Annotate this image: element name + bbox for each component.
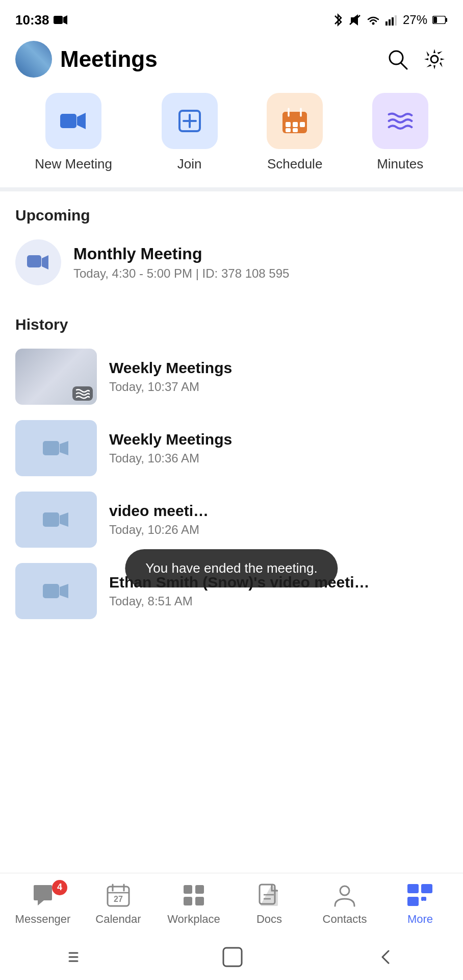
messenger-label: Messenger [15,913,71,926]
workplace-label: Workplace [167,913,220,926]
thumb-badge-1 [72,386,93,401]
svg-rect-44 [184,897,192,905]
video-thumb-icon [43,581,69,601]
svg-rect-42 [184,885,192,894]
docs-label: Docs [256,913,282,926]
toast-notification: You have ended the meeting. [125,549,338,587]
new-meeting-label: New Meeting [35,156,112,172]
schedule-icon [281,108,308,134]
history-info-2: Weekly Meetings Today, 10:36 AM [109,431,232,465]
svg-rect-31 [43,441,59,455]
more-label: More [407,913,433,926]
schedule-label: Schedule [267,156,322,172]
upcoming-meeting-title: Monthly Meeting [73,244,289,263]
svg-rect-11 [446,18,447,22]
history-info-1: Weekly Meetings Today, 10:37 AM [109,359,232,394]
meeting-separator: | [196,266,202,280]
new-meeting-icon-wrap [45,93,101,149]
minutes-icon-wrap [372,93,428,149]
svg-point-4 [372,22,374,25]
action-join[interactable]: Join [162,93,218,172]
video-thumb-icon [43,509,69,530]
svg-text:27: 27 [114,895,123,903]
history-sub-3: Today, 10:26 AM [109,523,209,537]
nav-docs[interactable]: Docs [239,882,300,926]
battery-display: 27% [403,13,427,27]
join-icon-wrap [162,93,218,149]
time-display: 10:38 [15,12,49,28]
history-item[interactable]: Weekly Meetings Today, 10:36 AM [15,415,448,486]
history-title-3: video meeti… [109,502,209,520]
action-minutes[interactable]: Minutes [372,93,428,172]
svg-marker-36 [60,584,68,598]
nav-more[interactable]: More [390,882,451,926]
svg-rect-6 [389,19,391,26]
join-label: Join [177,156,202,172]
history-title: History [15,316,448,333]
svg-rect-25 [293,122,298,127]
upcoming-meeting-item[interactable]: Monthly Meeting Today, 4:30 - 5:00 PM | … [15,234,448,296]
messenger-badge: 4 [52,880,67,895]
svg-rect-0 [54,16,63,24]
schedule-icon-wrap [267,93,323,149]
sys-nav-menu[interactable] [67,949,88,965]
upcoming-title: Upcoming [15,207,448,224]
svg-rect-51 [421,884,432,893]
svg-marker-30 [42,255,48,270]
minutes-badge-icon [75,388,90,399]
status-video-icon [54,14,68,26]
calendar-label: Calendar [95,913,141,926]
settings-button[interactable] [421,46,448,72]
svg-rect-27 [286,128,291,132]
upcoming-section: Upcoming Monthly Meeting Today, 4:30 - 5… [0,191,463,301]
svg-rect-57 [223,948,242,966]
history-item[interactable]: Weekly Meetings Today, 10:37 AM [15,344,448,415]
history-thumb-4 [15,563,97,619]
sys-nav-back[interactable] [377,948,396,966]
history-sub-1: Today, 10:37 AM [109,380,232,394]
nav-messenger[interactable]: 4 Messenger [12,882,73,926]
menu-icon [67,949,88,965]
system-nav-bar [0,934,463,980]
svg-marker-34 [60,512,68,527]
bluetooth-icon [332,13,344,27]
new-meeting-icon [60,111,87,131]
svg-rect-15 [60,114,76,128]
search-icon [387,48,409,70]
nav-contacts[interactable]: Contacts [314,882,375,926]
avatar[interactable] [15,41,52,78]
upcoming-meeting-icon [15,239,61,285]
workplace-icon [181,882,207,909]
status-icons: 27% [332,13,448,27]
docs-icon-svg [258,884,281,907]
sys-nav-home[interactable] [222,947,243,967]
contacts-icon [331,882,358,909]
mute-icon [349,13,361,27]
header-actions [384,46,448,72]
toast-message: You have ended the meeting. [145,560,317,576]
person-icon [333,884,356,907]
action-new-meeting[interactable]: New Meeting [35,93,112,172]
history-item[interactable]: video meeti… Today, 10:26 AM [15,486,448,558]
svg-marker-32 [60,441,68,455]
header-left: Meetings [15,41,158,78]
chat-icon [31,883,55,908]
svg-rect-35 [43,584,59,598]
nav-workplace[interactable]: Workplace [163,882,224,926]
minutes-icon [387,111,414,131]
history-title-2: Weekly Meetings [109,431,232,448]
search-button[interactable] [384,46,411,72]
upcoming-meeting-info: Monthly Meeting Today, 4:30 - 5:00 PM | … [73,244,289,281]
svg-point-49 [340,886,349,895]
quick-actions: New Meeting Join S [0,88,463,187]
join-icon [177,109,202,133]
battery-icon [432,16,448,24]
svg-marker-1 [63,15,67,24]
action-schedule[interactable]: Schedule [267,93,323,172]
meeting-id-text: ID: 378 108 595 [202,266,290,280]
history-sub-2: Today, 10:36 AM [109,451,232,465]
history-info-3: video meeti… Today, 10:26 AM [109,502,209,537]
nav-calendar[interactable]: 27 Calendar [88,882,149,926]
minutes-label: Minutes [377,156,423,172]
video-thumb-icon [43,438,69,458]
